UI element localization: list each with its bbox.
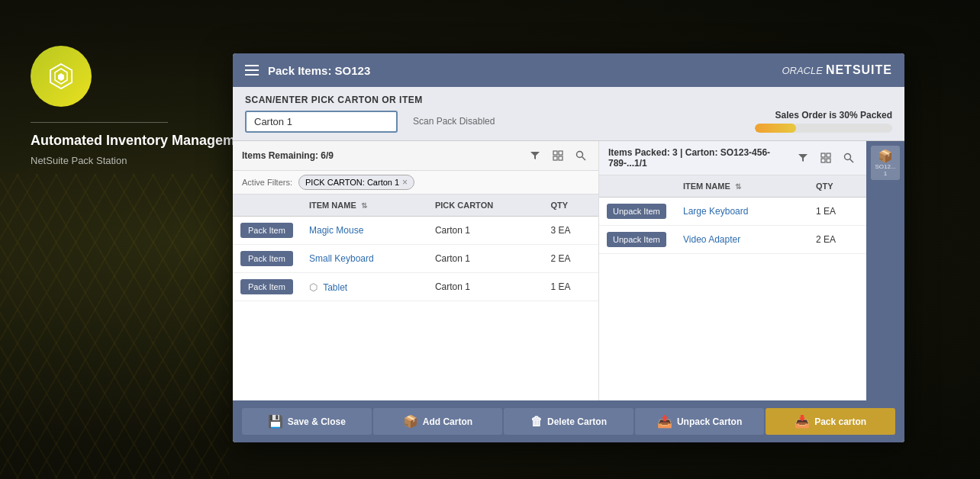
- progress-bar: [755, 124, 892, 133]
- pack-item-button-1[interactable]: Pack Item: [240, 251, 293, 266]
- right-search-icon[interactable]: [840, 149, 857, 166]
- unpack-item-button-0[interactable]: Unpack Item: [607, 204, 666, 219]
- main-modal: Pack Items: SO123 ORACLE NETSUITE SCAN/E…: [233, 53, 904, 442]
- col-qty: QTY: [543, 194, 599, 217]
- carton-thumbnail[interactable]: 📦 SO12...1: [871, 146, 900, 180]
- unpack-carton-button[interactable]: 📤Unpack Carton: [635, 408, 765, 435]
- unpack-carton-icon: 📤: [657, 414, 672, 429]
- right-filter-icon[interactable]: [795, 149, 811, 166]
- app-subtitle: NetSuite Pack Station: [31, 154, 127, 168]
- svg-rect-9: [821, 153, 825, 157]
- table-row: Pack Item ⬡ Tablet Carton 1 1 EA: [233, 273, 598, 301]
- scan-row: Scan Pack Disabled Sales Order is 30% Pa…: [245, 110, 892, 133]
- svg-rect-4: [559, 151, 563, 155]
- save-close-button[interactable]: 💾Save & Close: [242, 408, 372, 435]
- progress-label: Sales Order is 30% Packed: [775, 110, 892, 121]
- table-row: Unpack Item Video Adapter 2 EA: [599, 226, 866, 254]
- svg-rect-5: [553, 156, 557, 160]
- svg-line-14: [850, 159, 854, 163]
- svg-marker-2: [58, 73, 64, 81]
- save-close-label: Save & Close: [288, 416, 346, 427]
- svg-line-8: [582, 157, 586, 161]
- modal-header: Pack Items: SO123 ORACLE NETSUITE: [233, 53, 904, 87]
- qty-cell: 2 EA: [543, 245, 599, 273]
- filter-tag-text: PICK CARTON: Carton 1: [305, 178, 399, 187]
- logo-icon: [46, 61, 76, 92]
- right-col-action: [599, 175, 675, 198]
- item-icon: ⬡: [309, 281, 318, 293]
- unpack-item-button-1[interactable]: Unpack Item: [607, 232, 666, 247]
- pick-carton-cell: Carton 1: [427, 217, 543, 245]
- add-carton-label: Add Carton: [423, 416, 472, 427]
- right-qty-cell: 2 EA: [808, 226, 866, 254]
- pack-item-button-0[interactable]: Pack Item: [240, 223, 293, 238]
- add-carton-icon: 📦: [403, 414, 418, 429]
- pick-carton-cell: Carton 1: [427, 245, 543, 273]
- carton-strip: 📦 SO12...1: [866, 141, 904, 400]
- header-left: Pack Items: SO123: [245, 64, 370, 77]
- progress-bar-fill: [755, 124, 796, 133]
- pack-carton-label: Pack carton: [814, 416, 866, 427]
- right-item-link-0[interactable]: Large Keyboard: [683, 206, 748, 217]
- oracle-label: ORACLE: [782, 65, 822, 76]
- right-qty-cell: 1 EA: [808, 198, 866, 226]
- col-item-name: ITEM NAME ⇅: [301, 194, 427, 217]
- delete-carton-icon: 🗑: [530, 415, 543, 429]
- pack-item-button-2[interactable]: Pack Item: [240, 279, 293, 294]
- scan-header: SCAN/ENTER PICK CARTON OR ITEM Scan Pack…: [233, 87, 904, 141]
- pack-carton-button[interactable]: 📥Pack carton: [766, 408, 895, 435]
- scan-status: Scan Pack Disabled: [413, 116, 495, 127]
- left-panel: Items Remaining: 6/9: [233, 141, 599, 400]
- item-link-1[interactable]: Small Keyboard: [309, 253, 374, 264]
- right-item-link-1[interactable]: Video Adapter: [683, 234, 740, 245]
- active-filters-label: Active Filters:: [242, 178, 292, 187]
- right-items-table: ITEM NAME ⇅ QTY Unpack Item Large Keyboa…: [599, 175, 866, 400]
- left-toolbar: Items Remaining: 6/9: [233, 141, 598, 171]
- table-header-row: ITEM NAME ⇅ PICK CARTON QTY: [233, 194, 598, 217]
- carton-thumb-icon: 📦: [874, 149, 897, 163]
- right-inner: Items Packed: 3 | Carton: SO123-456-789-…: [599, 141, 904, 400]
- table-row: Pack Item Small Keyboard Carton 1 2 EA: [233, 245, 598, 273]
- filter-tag[interactable]: PICK CARTON: Carton 1 ×: [298, 175, 414, 190]
- save-close-icon: 💾: [268, 414, 283, 429]
- pick-carton-cell: Carton 1: [427, 273, 543, 301]
- toolbar-icons: [527, 147, 589, 164]
- scan-label: SCAN/ENTER PICK CARTON OR ITEM: [245, 95, 892, 105]
- svg-point-13: [845, 154, 851, 160]
- hex-decoration: [0, 174, 229, 479]
- items-remaining: Items Remaining: 6/9: [242, 150, 334, 161]
- grid-icon[interactable]: [550, 147, 566, 164]
- app-title: Automated Inventory Management: [31, 132, 256, 149]
- svg-rect-6: [559, 156, 563, 160]
- right-grid-icon[interactable]: [817, 149, 834, 166]
- scan-input[interactable]: [245, 111, 398, 133]
- carton-thumb-label: SO12...1: [874, 163, 897, 177]
- svg-point-7: [577, 152, 583, 158]
- right-header-row: ITEM NAME ⇅ QTY: [599, 175, 866, 198]
- item-link-2[interactable]: Tablet: [323, 282, 347, 293]
- sidebar: Automated Inventory Management NetSuite …: [31, 46, 256, 169]
- logo-circle: [31, 46, 92, 107]
- unpack-carton-label: Unpack Carton: [677, 416, 742, 427]
- modal-title: Pack Items: SO123: [268, 64, 370, 77]
- progress-section: Sales Order is 30% Packed: [755, 110, 892, 133]
- svg-rect-3: [553, 151, 557, 155]
- filter-icon[interactable]: [527, 147, 543, 164]
- table-row: Pack Item Magic Mouse Carton 1 3 EA: [233, 217, 598, 245]
- right-col-item-name: ITEM NAME ⇅: [675, 175, 808, 198]
- item-link-0[interactable]: Magic Mouse: [309, 225, 363, 236]
- items-table: ITEM NAME ⇅ PICK CARTON QTY Pack Item Ma…: [233, 194, 598, 400]
- hamburger-menu[interactable]: [245, 65, 259, 76]
- filter-tag-close[interactable]: ×: [402, 177, 408, 188]
- filter-bar: Active Filters: PICK CARTON: Carton 1 ×: [233, 171, 598, 194]
- right-toolbar-icons: [795, 149, 857, 166]
- svg-rect-11: [821, 159, 825, 162]
- search-icon[interactable]: [572, 147, 589, 164]
- right-main: Items Packed: 3 | Carton: SO123-456-789-…: [599, 141, 866, 400]
- sidebar-divider: [31, 122, 168, 123]
- svg-rect-10: [827, 153, 830, 157]
- delete-carton-button[interactable]: 🗑Delete Carton: [504, 408, 633, 435]
- table-row: Unpack Item Large Keyboard 1 EA: [599, 198, 866, 226]
- add-carton-button[interactable]: 📦Add Carton: [373, 408, 503, 435]
- right-toolbar: Items Packed: 3 | Carton: SO123-456-789-…: [599, 141, 866, 175]
